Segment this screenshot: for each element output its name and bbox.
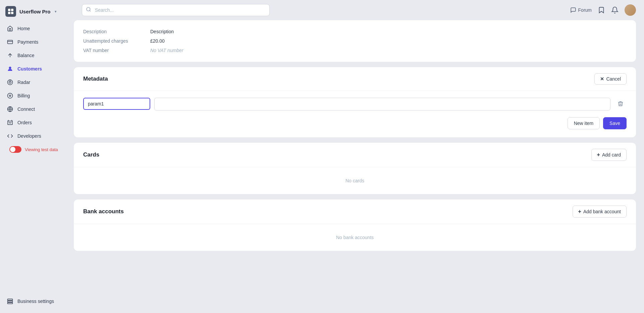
sidebar-item-connect-label: Connect xyxy=(17,106,35,112)
svg-point-11 xyxy=(8,93,13,98)
sidebar-header[interactable]: Userflow Pro ▾ xyxy=(0,0,74,21)
cancel-label: Cancel xyxy=(606,76,621,82)
forum-label: Forum xyxy=(578,7,592,13)
svg-point-7 xyxy=(9,67,11,69)
test-data-toggle-row[interactable]: Viewing test data xyxy=(3,143,71,156)
metadata-section-header: Metadata ✕ Cancel xyxy=(74,67,636,91)
sidebar-item-billing[interactable]: Billing xyxy=(3,89,71,102)
bank-accounts-section-header: Bank accounts + Add bank account xyxy=(74,199,636,224)
unattempted-label: Unattempted charges xyxy=(83,38,150,44)
delete-row-button[interactable] xyxy=(614,98,627,110)
test-data-label: Viewing test data xyxy=(25,147,58,152)
sidebar-item-business-settings-label: Business settings xyxy=(17,299,54,304)
trash-icon xyxy=(618,101,624,107)
sidebar: Userflow Pro ▾ Home Payments Balance C xyxy=(0,0,74,313)
connect-icon xyxy=(7,106,13,113)
add-bank-account-label: Add bank account xyxy=(583,209,621,214)
sidebar-item-business-settings[interactable]: Business settings xyxy=(3,295,71,308)
balance-icon xyxy=(7,52,13,59)
content: Description Description Unattempted char… xyxy=(74,20,644,313)
notification-icon[interactable] xyxy=(611,6,619,14)
svg-point-19 xyxy=(87,7,90,11)
sidebar-item-radar-label: Radar xyxy=(17,80,30,85)
new-item-button[interactable]: New item xyxy=(568,117,600,129)
svg-rect-1 xyxy=(11,9,13,11)
svg-point-12 xyxy=(9,95,11,97)
cards-title: Cards xyxy=(83,151,99,158)
add-card-button[interactable]: + Add card xyxy=(591,149,627,161)
svg-rect-16 xyxy=(8,299,13,300)
svg-rect-17 xyxy=(8,301,13,302)
app-logo xyxy=(5,6,16,17)
sidebar-item-customers[interactable]: Customers xyxy=(3,62,71,75)
main: Forum Description Description Unattempte… xyxy=(74,0,644,313)
sidebar-item-balance-label: Balance xyxy=(17,53,35,58)
sidebar-item-customers-label: Customers xyxy=(17,66,42,72)
bank-accounts-title: Bank accounts xyxy=(83,208,124,215)
cancel-button[interactable]: ✕ Cancel xyxy=(594,73,627,85)
payments-icon xyxy=(7,39,13,45)
info-row-description: Description Description xyxy=(83,27,627,36)
vat-value: No VAT number xyxy=(150,48,183,53)
metadata-title: Metadata xyxy=(83,76,108,82)
metadata-row xyxy=(83,98,627,110)
no-cards-message: No cards xyxy=(74,167,636,194)
svg-rect-0 xyxy=(8,9,10,11)
metadata-card: Metadata ✕ Cancel New item Save xyxy=(74,67,636,137)
cards-card: Cards + Add card No cards xyxy=(74,143,636,194)
orders-icon xyxy=(7,119,13,126)
svg-rect-4 xyxy=(8,40,13,44)
add-card-label: Add card xyxy=(602,152,621,158)
svg-point-9 xyxy=(9,81,11,83)
topbar: Forum xyxy=(74,0,644,20)
metadata-body: New item Save xyxy=(74,91,636,137)
svg-rect-3 xyxy=(11,12,13,14)
metadata-actions: New item Save xyxy=(83,115,627,131)
toggle-thumb xyxy=(10,147,15,152)
info-row-unattempted: Unattempted charges £20.00 xyxy=(83,36,627,46)
svg-rect-2 xyxy=(8,12,10,14)
search-icon xyxy=(86,7,91,13)
customers-icon xyxy=(7,65,13,72)
svg-rect-18 xyxy=(8,303,13,304)
sidebar-item-orders[interactable]: Orders xyxy=(3,116,71,129)
vat-label: VAT number xyxy=(83,48,150,53)
bookmark-icon[interactable] xyxy=(598,6,605,14)
developers-icon xyxy=(7,133,13,139)
info-row-vat: VAT number No VAT number xyxy=(83,46,627,55)
description-value: Description xyxy=(150,29,174,34)
sidebar-item-payments[interactable]: Payments xyxy=(3,36,71,48)
forum-button[interactable]: Forum xyxy=(570,7,592,13)
sidebar-item-radar[interactable]: Radar xyxy=(3,76,71,89)
add-bank-account-button[interactable]: + Add bank account xyxy=(573,206,627,218)
meta-value-input[interactable] xyxy=(154,98,610,110)
sidebar-item-home[interactable]: Home xyxy=(3,22,71,35)
avatar[interactable] xyxy=(625,4,636,16)
home-icon xyxy=(7,25,13,32)
close-icon: ✕ xyxy=(600,76,604,82)
radar-icon xyxy=(7,79,13,86)
plus-icon-bank: + xyxy=(578,209,581,215)
unattempted-value: £20.00 xyxy=(150,38,165,44)
billing-icon xyxy=(7,92,13,99)
sidebar-item-connect[interactable]: Connect xyxy=(3,103,71,116)
forum-icon xyxy=(570,7,576,13)
topbar-right: Forum xyxy=(570,4,636,16)
sidebar-item-payments-label: Payments xyxy=(17,39,38,45)
search-wrap xyxy=(82,4,270,16)
sidebar-item-billing-label: Billing xyxy=(17,93,30,98)
cards-section-header: Cards + Add card xyxy=(74,143,636,167)
save-button[interactable]: Save xyxy=(603,117,627,129)
chevron-down-icon: ▾ xyxy=(55,9,57,14)
plus-icon: + xyxy=(597,152,600,158)
test-data-toggle[interactable] xyxy=(9,146,21,153)
meta-key-input[interactable] xyxy=(83,98,150,110)
sidebar-item-developers[interactable]: Developers xyxy=(3,130,71,142)
sidebar-item-balance[interactable]: Balance xyxy=(3,49,71,62)
sidebar-item-orders-label: Orders xyxy=(17,120,32,125)
app-name: Userflow Pro xyxy=(19,9,51,14)
description-label: Description xyxy=(83,29,150,34)
sidebar-item-home-label: Home xyxy=(17,26,30,31)
svg-line-20 xyxy=(90,10,91,11)
search-input[interactable] xyxy=(82,4,270,16)
